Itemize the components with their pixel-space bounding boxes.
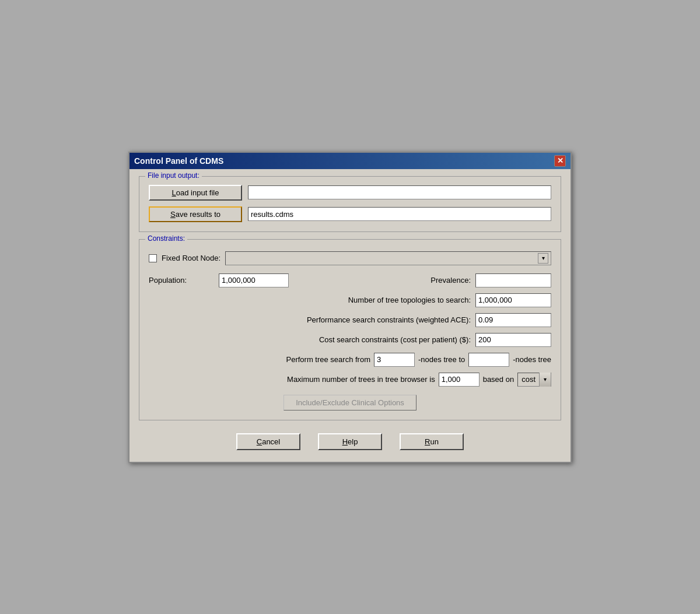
performance-search-row: Performance search constraints (weighted…	[149, 313, 551, 327]
tree-topologies-label: Number of tree topologies to search:	[149, 296, 475, 304]
performance-input[interactable]	[475, 313, 551, 327]
population-input[interactable]	[219, 273, 289, 287]
fixed-root-label: Fixed Root Node:	[162, 254, 220, 262]
tree-search-to-input[interactable]	[468, 353, 509, 367]
file-input-output-group: File input output: Load input file Save …	[139, 176, 561, 232]
max-trees-input[interactable]	[439, 373, 480, 387]
save-button-label: Save results to	[170, 210, 220, 219]
tree-topologies-input[interactable]	[475, 293, 551, 307]
tree-search-from-input[interactable]	[374, 353, 415, 367]
include-exclude-button[interactable]: Include/Exclude Clinical Options	[284, 395, 416, 410]
cancel-button[interactable]: Cancel	[236, 433, 300, 450]
file-group-legend: File input output:	[145, 171, 202, 180]
include-exclude-container: Include/Exclude Clinical Options	[149, 395, 551, 410]
prevalence-label: Prevalence:	[289, 276, 475, 285]
perform-search-label1: Perform tree search from	[286, 355, 371, 364]
constraints-content: Fixed Root Node: ▾ Population: Prevalenc…	[149, 248, 551, 410]
constraints-group: Constraints: Fixed Root Node: ▾ Populati…	[139, 239, 561, 420]
save-results-button[interactable]: Save results to	[149, 206, 242, 222]
help-label: Help	[342, 437, 358, 446]
cancel-label: Cancel	[257, 437, 280, 446]
load-input-file-button[interactable]: Load input file	[149, 185, 242, 201]
save-results-row: Save results to	[149, 206, 551, 222]
tree-topologies-row: Number of tree topologies to search:	[149, 293, 551, 307]
bottom-buttons: Cancel Help Run	[139, 427, 561, 452]
performance-label: Performance search constraints (weighted…	[149, 315, 475, 324]
save-results-input[interactable]	[248, 207, 551, 221]
perform-search-label2: -nodes tree to	[418, 355, 465, 364]
max-trees-row: Maximum number of trees in tree browser …	[149, 373, 551, 387]
window-content: File input output: Load input file Save …	[130, 169, 570, 462]
based-on-value: cost	[518, 375, 539, 384]
load-file-row: Load input file	[149, 185, 551, 201]
population-label: Population:	[149, 276, 219, 285]
cost-label: Cost search constraints (cost per patien…	[149, 335, 475, 344]
fixed-root-checkbox[interactable]	[149, 254, 157, 262]
run-button[interactable]: Run	[400, 433, 464, 450]
perform-tree-search-row: Perform tree search from -nodes tree to …	[149, 353, 551, 367]
cost-search-row: Cost search constraints (cost per patien…	[149, 333, 551, 347]
load-file-input[interactable]	[248, 185, 551, 199]
fixed-root-row: Fixed Root Node: ▾	[149, 251, 551, 265]
based-on-dropdown[interactable]: cost ▾	[517, 373, 551, 387]
perform-search-label3: -nodes tree	[513, 355, 551, 364]
cost-input[interactable]	[475, 333, 551, 347]
prevalence-input[interactable]	[475, 273, 551, 287]
title-bar: Control Panel of CDMS ✕	[130, 153, 570, 169]
main-window: Control Panel of CDMS ✕ File input outpu…	[128, 152, 572, 463]
load-button-label: Load input file	[172, 188, 219, 197]
close-button[interactable]: ✕	[554, 155, 566, 167]
based-on-arrow-icon[interactable]: ▾	[539, 373, 551, 387]
population-prevalence-row: Population: Prevalence:	[149, 273, 551, 287]
dropdown-arrow-icon[interactable]: ▾	[538, 253, 548, 264]
window-title: Control Panel of CDMS	[134, 156, 223, 166]
help-button[interactable]: Help	[318, 433, 382, 450]
max-trees-label: Maximum number of trees in tree browser …	[287, 375, 435, 384]
constraints-legend: Constraints:	[145, 234, 187, 243]
based-on-label: based on	[483, 375, 514, 384]
run-label: Run	[425, 437, 439, 446]
fixed-root-dropdown[interactable]: ▾	[225, 251, 551, 265]
